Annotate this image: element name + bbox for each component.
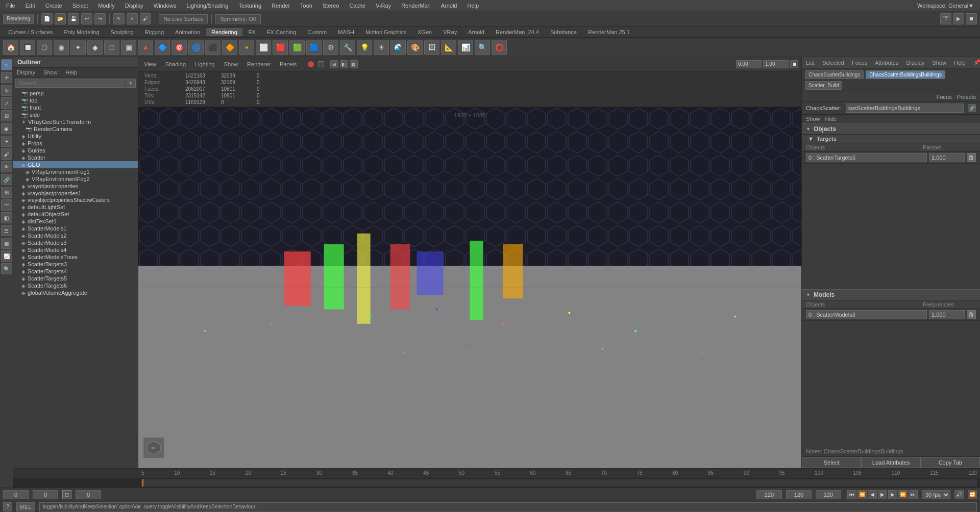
menu-item-help[interactable]: Help xyxy=(465,2,481,10)
move-tool[interactable]: ✛ xyxy=(1,72,12,83)
time-val-input2[interactable] xyxy=(763,60,789,68)
model-name-input-0[interactable] xyxy=(806,310,927,319)
save-btn[interactable]: 💾 xyxy=(68,13,79,24)
next-frame-btn[interactable]: ▶ xyxy=(888,490,897,499)
layer-editor[interactable]: ☰ xyxy=(1,225,12,236)
shelf-tab-rendering[interactable]: Rendering xyxy=(206,28,242,36)
attr-menu-display[interactable]: Display xyxy=(906,60,924,66)
rotate-tool[interactable]: ↻ xyxy=(1,85,12,96)
menu-item-select[interactable]: Select xyxy=(70,2,90,10)
chaos-scatter-input[interactable] xyxy=(846,104,964,113)
outliner-item-vrayobjprop[interactable]: ◈ vrayobjectproperties xyxy=(13,183,138,190)
vp-btn-2[interactable]: ◧ xyxy=(340,60,348,68)
current-time-input[interactable] xyxy=(33,490,58,499)
shelf-icon-13[interactable]: ⬛ xyxy=(205,40,220,55)
new-file-btn[interactable]: 📄 xyxy=(41,13,53,24)
outliner-item-sm2[interactable]: ◈ ScatterModels2 xyxy=(13,232,138,239)
loop-btn[interactable]: 🔁 xyxy=(968,490,977,499)
shelf-icon-21[interactable]: 🔧 xyxy=(340,40,355,55)
outliner-menu-help[interactable]: Help xyxy=(64,69,79,76)
objects-section-header[interactable]: ▼ Objects xyxy=(802,123,980,135)
node-tab-2[interactable]: ChaosScatterBuildingsBuildings xyxy=(866,70,945,79)
no-live-surface-btn[interactable]: No Live Surface xyxy=(159,14,208,23)
shelf-tab-substance[interactable]: Substance xyxy=(545,28,582,36)
shelf-icon-27[interactable]: 📐 xyxy=(441,40,456,55)
range-end-input-3[interactable] xyxy=(816,490,841,499)
node-tab-1[interactable]: ChaosScatterBuildings xyxy=(805,70,864,79)
shelf-icon-14[interactable]: 🔶 xyxy=(222,40,237,55)
attr-panel-pin[interactable]: 📌 xyxy=(973,59,980,66)
outliner-item-front[interactable]: 📷 front xyxy=(13,104,138,111)
shelf-icon-11[interactable]: 🎯 xyxy=(172,40,187,55)
outliner-item-disttexset[interactable]: ◈ distTexSet1 xyxy=(13,218,138,225)
shelf-icon-20[interactable]: ⚙ xyxy=(323,40,338,55)
snap[interactable]: 🔗 xyxy=(1,174,12,185)
lasso-btn[interactable]: ⌖ xyxy=(127,13,138,24)
help-status-btn[interactable]: ? xyxy=(3,502,12,511)
outliner-item-defobjset[interactable]: ◈ defaultObjectSet xyxy=(13,211,138,218)
shelf-icon-22[interactable]: 💡 xyxy=(357,40,372,55)
open-file-btn[interactable]: 📂 xyxy=(55,13,66,24)
scale-tool[interactable]: ⤢ xyxy=(1,97,12,109)
menu-item-render[interactable]: Render xyxy=(270,2,292,10)
menu-item-texturing[interactable]: Texturing xyxy=(236,2,263,10)
menu-item-vray[interactable]: V-Ray xyxy=(374,2,393,10)
go-end-btn[interactable]: ⏭ xyxy=(909,490,918,499)
outliner-item-sm1[interactable]: ◈ ScatterModels1 xyxy=(13,225,138,232)
shelf-tab-animation[interactable]: Animation xyxy=(170,28,205,36)
model-freq-input-0[interactable] xyxy=(929,310,965,319)
load-attributes-btn[interactable]: Load Attributes xyxy=(861,457,920,468)
menu-item-arnold[interactable]: Arnold xyxy=(439,2,459,10)
outliner-item-st3[interactable]: ◈ ScatterTargets3 xyxy=(13,261,138,268)
copy-tab-btn[interactable]: Copy Tab xyxy=(921,457,980,468)
target-factor-input-0[interactable] xyxy=(929,153,965,162)
shelf-tab-fxcaching[interactable]: FX Caching xyxy=(262,28,301,36)
outliner-item-vrayenvfog1[interactable]: ◈ VRayEnvironmentFog1 xyxy=(13,168,138,175)
attr-menu-attributes[interactable]: Attributes xyxy=(875,60,898,66)
vp-menu-shading[interactable]: Shading xyxy=(163,61,188,68)
workspace-label[interactable]: Workspace: General▼ xyxy=(915,2,976,10)
shelf-tab-xgen[interactable]: XGen xyxy=(412,28,437,36)
menu-item-toon[interactable]: Toon xyxy=(298,2,314,10)
presets-btn[interactable]: Presets xyxy=(957,94,976,100)
shelf-tab-vray[interactable]: VRay xyxy=(438,28,462,36)
outliner-item-top[interactable]: 📷 top xyxy=(13,97,138,104)
menu-item-lighting[interactable]: Lighting/Shading xyxy=(184,2,230,10)
outliner-item-side[interactable]: 📷 side xyxy=(13,111,138,118)
redo-btn[interactable]: ↪ xyxy=(94,13,106,24)
search-bar[interactable]: 🔍 xyxy=(1,263,12,274)
vp-menu-lighting[interactable]: Lighting xyxy=(192,61,217,68)
shelf-tab-curves[interactable]: Curves / Surfaces xyxy=(3,28,58,36)
shelf-icon-12[interactable]: 🌀 xyxy=(188,40,204,55)
outliner-item-props[interactable]: ◈ Props xyxy=(13,140,138,147)
shelf-tab-renderman25[interactable]: RenderMan 25.1 xyxy=(583,28,635,36)
menu-item-cache[interactable]: Cache xyxy=(347,2,368,10)
shelf-icon-16[interactable]: ⬜ xyxy=(256,40,271,55)
menu-item-modify[interactable]: Modify xyxy=(96,2,116,10)
timeline-track[interactable] xyxy=(13,477,980,488)
outliner-item-geo[interactable]: ◈ GEO xyxy=(13,161,138,168)
shelf-tab-renderman24[interactable]: RenderMan_24.4 xyxy=(491,28,544,36)
universal-tool[interactable]: ⊞ xyxy=(1,110,12,121)
select-btn[interactable]: Select xyxy=(802,457,861,468)
outliner-item-persp[interactable]: 📷 persp xyxy=(13,90,138,97)
attr-menu-help[interactable]: Help xyxy=(954,60,966,66)
sculpt[interactable]: ✦ xyxy=(1,136,12,147)
paint[interactable]: 🖌 xyxy=(1,148,12,160)
shelf-icon-17[interactable]: 🟥 xyxy=(273,40,288,55)
ipr-btn[interactable]: ▶ xyxy=(953,13,964,24)
model-delete-btn-0[interactable]: 🗑 xyxy=(967,310,976,319)
shelf-icon-26[interactable]: 🖼 xyxy=(424,40,439,55)
shelf-icon-19[interactable]: 🟦 xyxy=(306,40,322,55)
search-input[interactable] xyxy=(15,79,125,88)
shelf-icon-3[interactable]: ⬡ xyxy=(37,40,52,55)
shelf-icon-30[interactable]: ⭕ xyxy=(492,40,507,55)
vp-menu-renderer[interactable]: Renderer xyxy=(244,61,273,68)
outliner-item-vrayenvfog2[interactable]: ◈ VRayEnvironmentFog2 xyxy=(13,175,138,183)
attr-menu-focus[interactable]: Focus xyxy=(852,60,867,66)
range-start-input[interactable] xyxy=(3,490,29,499)
mel-label[interactable]: MEL xyxy=(16,502,35,511)
shelf-icon-7[interactable]: □ xyxy=(104,40,119,55)
vp-btn-3[interactable]: ▦ xyxy=(350,60,358,68)
time-input-3[interactable] xyxy=(76,490,101,499)
